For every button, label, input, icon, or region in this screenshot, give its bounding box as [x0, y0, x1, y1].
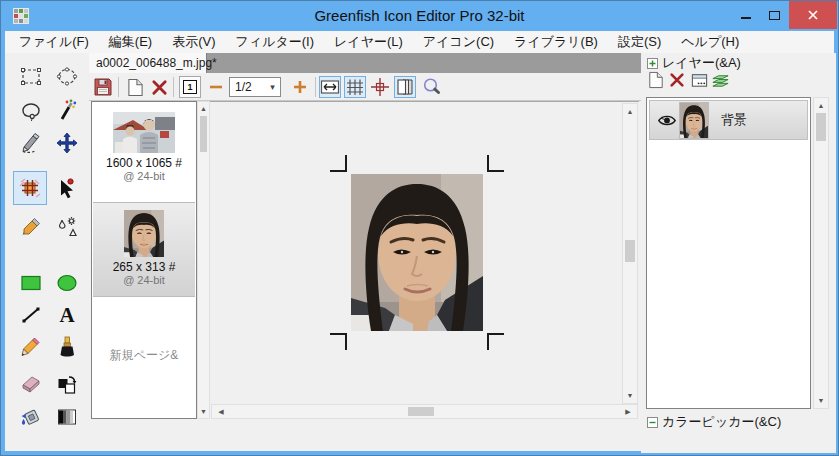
zoom-out-button[interactable] — [205, 76, 227, 98]
scroll-up-icon[interactable]: ▲ — [814, 99, 828, 112]
tool-fill[interactable] — [15, 401, 47, 433]
menu-view[interactable]: 表示(V) — [162, 31, 225, 53]
menu-library[interactable]: ライブラリ(B) — [504, 31, 608, 53]
tool-filled-ellipse[interactable] — [51, 267, 83, 299]
fit-window-toggle[interactable] — [319, 76, 341, 98]
scroll-right-icon[interactable]: ▶ — [621, 405, 635, 418]
page-1-depth: @ 24-bit — [93, 170, 195, 182]
delete-icon — [669, 72, 685, 88]
menu-edit[interactable]: 編集(E) — [99, 31, 162, 53]
canvas-vscrollbar-thumb[interactable] — [625, 240, 635, 262]
zoom-in-icon — [292, 79, 308, 95]
canvas-hscrollbar-thumb[interactable] — [408, 407, 434, 416]
new-page-item[interactable]: 新規ページ& — [92, 347, 196, 364]
canvas-hscrollbar[interactable]: ◀ ▶ — [211, 404, 638, 419]
tool-palette: A — [5, 53, 89, 451]
tool-swap-colors[interactable] — [51, 367, 83, 399]
tool-brush[interactable] — [51, 331, 83, 363]
tool-hotspot-picker[interactable] — [51, 172, 83, 204]
page-2-thumbnail — [124, 210, 164, 257]
tool-lasso-select[interactable] — [15, 94, 47, 126]
tool-text[interactable]: A — [51, 299, 83, 331]
layer-properties-button[interactable] — [688, 69, 710, 91]
tool-rectangle-select[interactable] — [15, 61, 47, 93]
eye-icon — [657, 114, 677, 127]
frame-number-label: 1 — [183, 80, 197, 94]
pages-toggle[interactable] — [394, 76, 416, 98]
tool-eraser[interactable] — [15, 367, 47, 399]
app-window: Greenfish Icon Editor Pro 32-bit ファイル(F)… — [0, 0, 839, 456]
new-page-button[interactable] — [124, 76, 146, 98]
scroll-left-icon[interactable]: ◀ — [214, 405, 228, 418]
scroll-up-icon[interactable]: ▲ — [623, 105, 637, 118]
layers-scrollbar[interactable]: ▲ ▼ — [813, 97, 829, 409]
save-icon — [93, 77, 113, 97]
new-page-icon — [127, 78, 144, 97]
collapse-icon[interactable] — [647, 417, 658, 428]
minimize-button[interactable] — [731, 1, 760, 29]
scroll-down-icon[interactable]: ▼ — [198, 405, 209, 418]
menu-file[interactable]: ファイル(F) — [9, 31, 99, 53]
layers-scrollbar-thumb[interactable] — [816, 113, 826, 141]
close-button[interactable] — [789, 1, 837, 29]
tool-crop[interactable] — [13, 171, 47, 205]
pages-icon — [395, 77, 415, 97]
page-1-thumbnail — [113, 112, 175, 153]
tool-filled-rectangle[interactable] — [15, 267, 47, 299]
toolbar-separator — [173, 77, 174, 97]
tool-magic-wand[interactable] — [51, 94, 83, 126]
canvas-vscrollbar[interactable]: ▲ ▼ — [622, 103, 638, 404]
menu-filter[interactable]: フィルター(I) — [226, 31, 325, 53]
grid-toggle[interactable] — [344, 76, 366, 98]
tab-document[interactable]: a0002_006488_m.jpg* — [89, 53, 207, 73]
eraser-icon — [20, 372, 42, 394]
text-tool-icon: A — [59, 305, 74, 326]
tool-move[interactable] — [51, 127, 83, 159]
scroll-down-icon[interactable]: ▼ — [814, 394, 828, 407]
page-item-2-selected[interactable]: 265 x 313 # @ 24-bit — [93, 202, 195, 297]
maximize-button[interactable] — [760, 1, 789, 29]
tool-freehand-select[interactable] — [15, 127, 47, 159]
layer-row-background[interactable]: 背景 — [649, 100, 808, 140]
crop-icon — [19, 177, 41, 199]
menu-help[interactable]: ヘルプ(H) — [671, 31, 749, 53]
page-1-dimensions: 1600 x 1065 # — [93, 156, 195, 170]
fit-window-icon — [320, 77, 340, 97]
flatten-layers-button[interactable] — [709, 69, 731, 91]
zoom-in-button[interactable] — [289, 76, 311, 98]
color-picker-section-header[interactable]: カラーピッカー(&C) — [647, 413, 781, 431]
centerlines-toggle[interactable] — [369, 76, 391, 98]
frame-number-button[interactable]: 1 — [179, 76, 201, 98]
menu-icon[interactable]: アイコン(C) — [413, 31, 504, 53]
new-layer-button[interactable] — [645, 69, 667, 91]
tool-ellipse-select[interactable] — [51, 61, 83, 93]
canvas-area[interactable]: ▲ ▼ ◀ ▶ — [210, 101, 639, 419]
pages-scrollbar-thumb[interactable] — [200, 116, 207, 152]
menu-layer[interactable]: レイヤー(L) — [324, 31, 413, 53]
magnifier-button[interactable] — [421, 76, 443, 98]
canvas-image[interactable] — [351, 174, 483, 331]
scroll-up-icon[interactable]: ▲ — [198, 102, 209, 115]
pages-panel: 1600 x 1065 # @ 24-bit 265 x 313 # @ 24-… — [91, 101, 197, 419]
menu-settings[interactable]: 設定(S) — [608, 31, 671, 53]
brush-icon — [56, 336, 78, 358]
save-button[interactable] — [92, 76, 114, 98]
crop-mark-top-left — [330, 155, 347, 172]
zoom-level-select[interactable]: 1/2 ▾ — [229, 77, 281, 97]
expand-icon[interactable] — [647, 58, 658, 69]
layer-visibility-toggle[interactable] — [655, 114, 679, 127]
page-2-depth: @ 24-bit — [93, 274, 195, 286]
tool-pencil[interactable] — [15, 331, 47, 363]
tool-gradient[interactable] — [51, 401, 83, 433]
tool-line[interactable] — [15, 299, 47, 331]
tool-retouch[interactable] — [51, 211, 83, 243]
delete-page-button[interactable] — [148, 76, 170, 98]
chevron-down-icon: ▾ — [265, 82, 280, 92]
pages-scrollbar[interactable]: ▲ ▼ — [197, 101, 210, 419]
delete-layer-button[interactable] — [666, 69, 688, 91]
page-item-1[interactable]: 1600 x 1065 # @ 24-bit — [93, 112, 195, 182]
zoom-out-icon — [208, 79, 224, 95]
eyedropper-icon — [20, 216, 42, 238]
tool-eyedropper[interactable] — [15, 211, 47, 243]
scroll-down-icon[interactable]: ▼ — [623, 389, 637, 402]
